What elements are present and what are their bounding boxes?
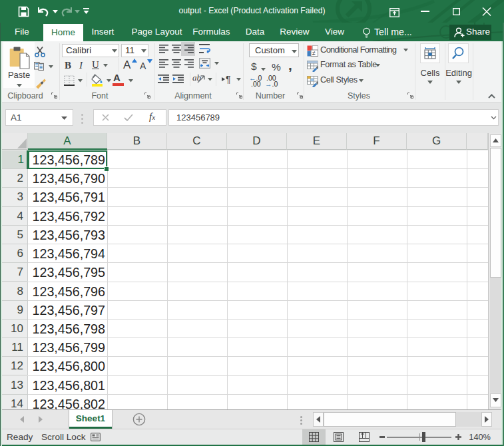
svg-text:¶: ¶ — [226, 75, 231, 84]
svg-text:≠: ≠ — [312, 50, 316, 57]
